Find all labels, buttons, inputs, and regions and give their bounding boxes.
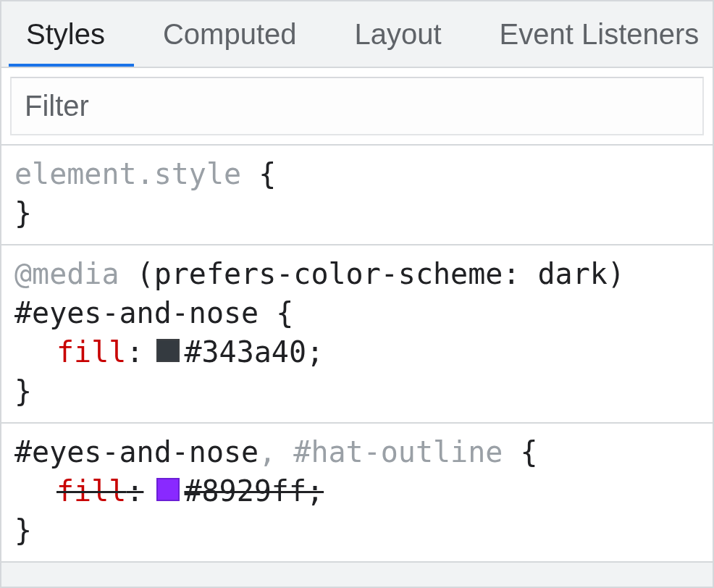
brace-open: { bbox=[520, 435, 537, 469]
rule-media-dark[interactable]: @media (prefers-color-scheme: dark) #eye… bbox=[1, 245, 713, 424]
tab-styles[interactable]: Styles bbox=[9, 1, 134, 67]
tab-layout[interactable]: Layout bbox=[326, 1, 471, 67]
media-condition: (prefers-color-scheme: dark) bbox=[137, 257, 625, 290]
color-swatch-icon[interactable] bbox=[156, 339, 180, 362]
property-value: #8929ff bbox=[184, 471, 306, 511]
tab-computed[interactable]: Computed bbox=[134, 1, 326, 67]
at-rule: @media bbox=[14, 257, 119, 290]
rules-list: element.style { } @media (prefers-color-… bbox=[1, 146, 713, 563]
selector-active: #eyes-and-nose bbox=[14, 435, 259, 469]
colon: : bbox=[126, 332, 143, 371]
selector-inactive: #hat-outline bbox=[293, 435, 503, 469]
tab-event-listeners[interactable]: Event Listeners bbox=[471, 1, 713, 67]
semicolon: ; bbox=[306, 332, 324, 371]
selector: element.style bbox=[14, 157, 241, 190]
colon: : bbox=[126, 471, 143, 511]
property-name: fill bbox=[56, 332, 126, 371]
filter-input[interactable] bbox=[10, 77, 704, 135]
declaration[interactable]: fill: #343a40; bbox=[14, 332, 700, 371]
styles-panel: Styles Computed Layout Event Listeners e… bbox=[0, 0, 714, 588]
tab-bar: Styles Computed Layout Event Listeners bbox=[1, 1, 713, 68]
brace-close: } bbox=[14, 196, 32, 230]
selector: #eyes-and-nose bbox=[14, 296, 259, 329]
rule-element-style[interactable]: element.style { } bbox=[1, 146, 713, 245]
color-swatch-icon[interactable] bbox=[156, 478, 180, 501]
selector-comma: , bbox=[259, 435, 293, 469]
brace-open: { bbox=[276, 296, 293, 329]
brace-open: { bbox=[259, 157, 276, 190]
rule-base[interactable]: #eyes-and-nose, #hat-outline { fill: #89… bbox=[1, 424, 713, 563]
property-name: fill bbox=[56, 471, 126, 511]
declaration-overridden[interactable]: fill: #8929ff; bbox=[14, 471, 700, 511]
brace-close: } bbox=[14, 374, 32, 408]
property-value: #343a40 bbox=[184, 332, 306, 371]
brace-close: } bbox=[14, 513, 32, 547]
filter-row bbox=[1, 68, 713, 146]
semicolon: ; bbox=[306, 471, 324, 511]
